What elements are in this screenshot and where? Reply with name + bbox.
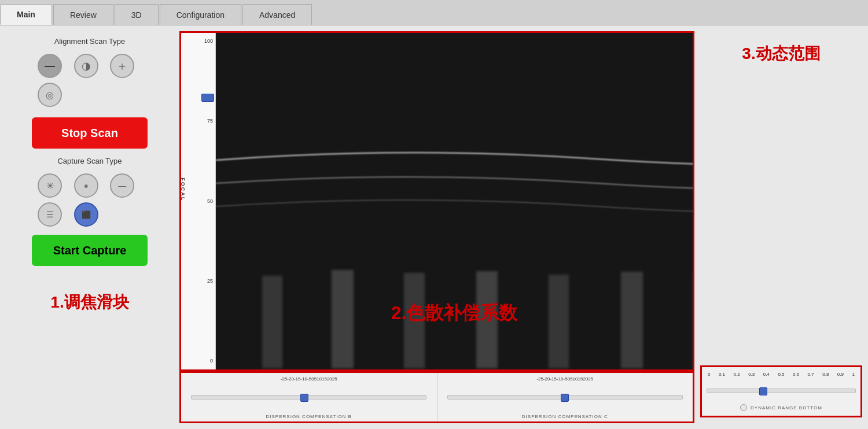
dynamic-range-thumb[interactable]: [759, 387, 767, 395]
stop-scan-button[interactable]: Stop Scan: [32, 117, 148, 149]
tab-bar: Main Review 3D Configuration Advanced: [0, 0, 868, 25]
alignment-radio-group: — ◑ ＋ ◎: [38, 54, 142, 107]
focal-ruler: FOCAL VALUE 100 75 50 25 0: [181, 33, 216, 369]
start-capture-label: Start Capture: [53, 244, 127, 257]
focal-annotation: 1.调焦滑块: [50, 291, 128, 313]
tab-review[interactable]: Review: [53, 4, 113, 25]
capture-btn-snowflake[interactable]: ✳: [38, 173, 62, 198]
tab-main-label: Main: [17, 10, 35, 19]
capture-btn-lines[interactable]: ☰: [38, 202, 62, 227]
alignment-btn-plus[interactable]: ＋: [110, 54, 134, 78]
dynamic-range-box: 0 0.1 0.2 0.3 0.4 0.5 0.6 0.7 0.8 0.9 1 …: [700, 365, 862, 417]
oct-image: 2.色散补偿系数: [216, 33, 693, 369]
tab-advanced-label: Advanced: [259, 10, 295, 20]
dispersion-c-label: DISPERSION COMPENSATION C: [522, 414, 608, 419]
tab-configuration-label: Configuration: [176, 10, 225, 20]
focal-slider-thumb[interactable]: [201, 94, 214, 102]
ruler-mark-25: 25: [207, 279, 215, 284]
dispersion-c-scale: -25 -20 -15 -10 -5 0 5 10 15 20 25: [535, 376, 594, 382]
capture-btn-minus[interactable]: —: [110, 173, 134, 198]
tab-3d-label: 3D: [131, 10, 142, 20]
ruler-mark-0: 0: [210, 358, 215, 364]
capture-btn-square[interactable]: ⬛: [74, 202, 98, 227]
center-panel: FOCAL VALUE 100 75 50 25 0: [179, 31, 694, 423]
dispersion-c-thumb[interactable]: [561, 394, 569, 402]
ruler-mark-50: 50: [207, 199, 215, 204]
tab-main[interactable]: Main: [0, 4, 52, 25]
ruler-mark-75: 75: [207, 119, 215, 124]
ruler-mark-100: 100: [204, 39, 215, 44]
dispersion-c-section: -25 -20 -15 -10 -5 0 5 10 15 20 25 DISPE…: [437, 373, 693, 421]
tab-configuration[interactable]: Configuration: [160, 4, 241, 25]
dispersion-b-thumb[interactable]: [300, 394, 308, 402]
dispersion-b-section: -25 -20 -15 -10 -5 0 5 10 15 20 25 DISPE…: [181, 373, 437, 421]
alignment-btn-minus[interactable]: —: [38, 54, 62, 78]
oct-svg: 2.色散补偿系数: [216, 33, 693, 369]
alignment-btn-half[interactable]: ◑: [74, 54, 98, 78]
left-panel: Alignment Scan Type — ◑ ＋ ◎ Stop Scan Ca…: [6, 31, 174, 423]
capture-scan-type-label: Capture Scan Type: [57, 157, 122, 165]
tab-review-label: Review: [70, 10, 97, 20]
start-capture-button[interactable]: Start Capture: [32, 235, 148, 266]
dynamic-range-track[interactable]: [707, 389, 856, 393]
scan-area: FOCAL VALUE 100 75 50 25 0: [179, 31, 694, 371]
capture-radio-group: ✳ ● — ☰ ⬛: [38, 173, 142, 227]
tab-3d[interactable]: 3D: [115, 4, 159, 25]
alignment-btn-circle[interactable]: ◎: [38, 83, 62, 107]
stop-scan-label: Stop Scan: [61, 127, 118, 139]
ruler-marks: 100 75 50 25 0: [198, 39, 215, 364]
dispersion-c-track[interactable]: [447, 395, 683, 400]
dynamic-range-scale: 0 0.1 0.2 0.3 0.4 0.5 0.6 0.7 0.8 0.9 1: [707, 372, 856, 377]
bottom-sliders: -25 -20 -15 -10 -5 0 5 10 15 20 25 DISPE…: [179, 371, 694, 423]
right-panel: 3.动态范围 0 0.1 0.2 0.3 0.4 0.5 0.6 0.7 0.8…: [700, 31, 862, 423]
dynamic-range-label: DYNAMIC RANGE BOTTOM: [751, 405, 822, 410]
main-content: Alignment Scan Type — ◑ ＋ ◎ Stop Scan Ca…: [0, 25, 868, 429]
dispersion-b-scale: -25 -20 -15 -10 -5 0 5 10 15 20 25: [279, 376, 339, 382]
alignment-scan-type-label: Alignment Scan Type: [54, 37, 126, 46]
svg-text:2.色散补偿系数: 2.色散补偿系数: [391, 302, 519, 323]
dispersion-b-label: DISPERSION COMPENSATION B: [266, 414, 352, 419]
tab-advanced[interactable]: Advanced: [242, 4, 312, 25]
dynamic-range-annotation: 3.动态范围: [700, 43, 862, 65]
dr-indicator: [740, 404, 747, 411]
dispersion-b-track[interactable]: [191, 395, 426, 400]
capture-btn-circle[interactable]: ●: [74, 173, 98, 198]
